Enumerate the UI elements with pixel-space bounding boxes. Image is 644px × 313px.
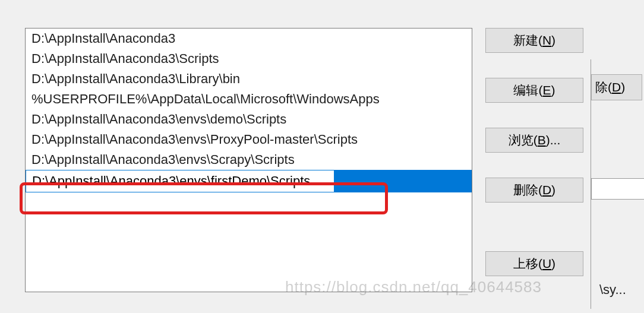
- edit-button-accel: E: [542, 83, 551, 97]
- move-up-button-tail: ): [551, 257, 555, 271]
- edit-button-tail: ): [551, 83, 555, 97]
- new-button-tail: ): [551, 33, 555, 48]
- list-item[interactable]: %USERPROFILE%\AppData\Local\Microsoft\Wi…: [26, 89, 472, 109]
- list-item[interactable]: D:\AppInstall\Anaconda3\Scripts: [26, 49, 472, 69]
- delete-button-accel: D: [542, 183, 551, 197]
- list-item[interactable]: D:\AppInstall\Anaconda3\envs\ProxyPool-m…: [26, 129, 472, 150]
- list-item[interactable]: D:\AppInstall\Anaconda3\envs\Scrapy\Scri…: [26, 150, 472, 170]
- delete-button[interactable]: 删除(D): [485, 178, 583, 203]
- env-var-edit-dialog: D:\AppInstall\Anaconda3 D:\AppInstall\An…: [7, 0, 589, 313]
- list-item[interactable]: D:\AppInstall\Anaconda3\envs\demo\Script…: [26, 109, 472, 129]
- new-button-accel: N: [542, 33, 551, 48]
- delete-button-tail: ): [551, 183, 555, 197]
- edit-button-label: 编辑(: [513, 82, 542, 99]
- background-delete-label-suffix: ): [621, 80, 625, 94]
- list-item[interactable]: D:\AppInstall\Anaconda3\Library\bin: [26, 69, 472, 89]
- path-edit-input[interactable]: [26, 170, 334, 192]
- browse-button-accel: B: [538, 133, 546, 147]
- browse-button-tail: )...: [546, 133, 561, 147]
- background-delete-accel: D: [612, 80, 621, 94]
- new-button[interactable]: 新建(N): [485, 28, 583, 53]
- background-delete-label-prefix: 除(: [595, 79, 612, 96]
- browse-button[interactable]: 浏览(B)...: [485, 128, 583, 153]
- list-item[interactable]: D:\AppInstall\Anaconda3: [26, 29, 472, 49]
- background-text-field: [591, 178, 644, 200]
- side-button-column: 新建(N) 编辑(E) 浏览(B)... 删除(D) 上移(U): [485, 28, 583, 301]
- background-dialog: 除(D) \sy...: [591, 59, 644, 309]
- new-button-label: 新建(: [513, 32, 542, 49]
- edit-button[interactable]: 编辑(E): [485, 78, 583, 103]
- background-text-fragment: \sy...: [599, 282, 626, 298]
- move-up-button-label: 上移(: [513, 255, 542, 272]
- background-delete-button[interactable]: 除(D): [591, 74, 642, 100]
- move-up-button[interactable]: 上移(U): [485, 251, 583, 276]
- delete-button-label: 删除(: [513, 182, 542, 198]
- move-up-button-accel: U: [542, 257, 551, 271]
- browse-button-label: 浏览(: [509, 132, 538, 148]
- path-listbox[interactable]: D:\AppInstall\Anaconda3 D:\AppInstall\An…: [25, 28, 472, 292]
- list-item-selected[interactable]: [26, 170, 472, 192]
